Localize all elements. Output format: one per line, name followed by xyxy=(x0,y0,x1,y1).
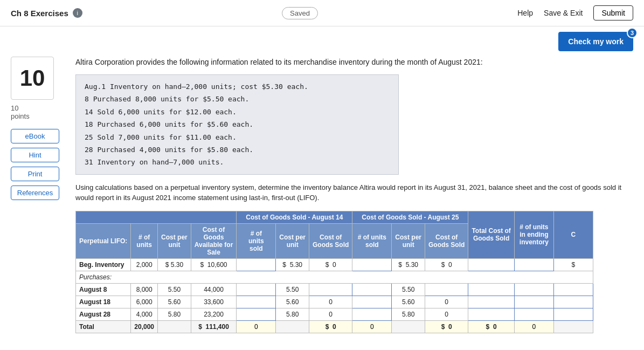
th-section2: Cost of Goods Sold - August 14 xyxy=(237,211,352,223)
total-goods-sold14: $ 0 xyxy=(309,320,352,333)
aug8-goods-sold14-input[interactable] xyxy=(315,286,347,293)
total-units-sold14-input[interactable] xyxy=(240,323,272,331)
total-ending-inv-input[interactable] xyxy=(518,323,550,331)
check-work-area: Check my work 3 xyxy=(0,26,644,51)
beg-inventory-row: Beg. Inventory 2,000 $ 5.30 $ 10,600 $ 5… xyxy=(76,258,593,271)
aug8-units: 8,000 xyxy=(131,283,158,296)
aug18-units-sold14-input[interactable] xyxy=(240,298,272,306)
th-units-sold-14: # ofunitssold xyxy=(237,223,276,258)
nav-left: Ch 8 Exercises i xyxy=(11,8,82,18)
aug8-units-sold25[interactable] xyxy=(352,283,392,296)
aug8-units-sold14-input[interactable] xyxy=(240,286,272,293)
aug28-goods-sold25: 0 xyxy=(425,308,468,320)
top-nav: Ch 8 Exercises i Saved Help Save & Exit … xyxy=(0,0,644,26)
aug8-total[interactable] xyxy=(468,283,514,296)
aug8-cost14: 5.50 xyxy=(276,283,309,296)
beg-inv-cost25: $ 5.30 xyxy=(392,258,425,271)
aug28-units-sold14[interactable] xyxy=(237,308,276,320)
aug18-units: 6,000 xyxy=(131,296,158,308)
aug28-c[interactable] xyxy=(553,308,593,320)
aug18-units-sold14[interactable] xyxy=(237,296,276,308)
aug18-row: August 18 6,000 5.60 33,600 5.60 0 5.60 … xyxy=(76,296,593,308)
table-wrapper: Cost of Goods Sold - August 14 Cost of G… xyxy=(75,211,633,333)
aug8-goods-sold25[interactable] xyxy=(425,283,468,296)
aug18-total-input[interactable] xyxy=(475,298,508,306)
aug8-c[interactable] xyxy=(553,283,593,296)
aug28-c-input[interactable] xyxy=(557,311,590,318)
aug8-ending[interactable] xyxy=(514,283,553,296)
aug28-ending-input[interactable] xyxy=(518,311,550,318)
aug8-units-sold25-input[interactable] xyxy=(356,286,388,293)
question-number: 10 xyxy=(20,65,45,91)
aug28-total[interactable] xyxy=(468,308,514,320)
save-exit-link[interactable]: Save & Exit xyxy=(544,9,583,17)
th-goods-sold-25: Cost ofGoods Sold xyxy=(425,223,468,258)
help-link[interactable]: Help xyxy=(517,9,533,17)
th-goods-sold-14: Cost ofGoods Sold xyxy=(309,223,352,258)
aug8-goods-avail: 44,000 xyxy=(191,283,237,296)
total-units-sold25[interactable] xyxy=(352,320,392,333)
aug28-label: August 28 xyxy=(76,308,131,320)
th-cost-unit-14: Cost perunit xyxy=(276,223,309,258)
aug18-cost14: 5.60 xyxy=(276,296,309,308)
submit-button[interactable]: Submit xyxy=(593,5,633,20)
aug8-units-sold14[interactable] xyxy=(237,283,276,296)
data-line-4: 18 Purchased 6,000 units for $5.60 each. xyxy=(85,118,390,131)
beg-inv-goods-sold25: $ 0 xyxy=(425,258,468,271)
beg-inv-cost14: $ 5.30 xyxy=(276,258,309,271)
th-section3: Cost of Goods Sold - August 25 xyxy=(352,211,468,223)
aug8-label: August 8 xyxy=(76,283,131,296)
total-units: 20,000 xyxy=(131,320,158,333)
aug18-goods-sold14: 0 xyxy=(309,296,352,308)
print-button[interactable]: Print xyxy=(11,167,59,181)
aug18-units-sold25[interactable] xyxy=(352,296,392,308)
total-units-sold14[interactable] xyxy=(237,320,276,333)
total-row: Total 20,000 $ 111,400 $ xyxy=(76,320,593,333)
beg-inv-goods-sold14: $ 0 xyxy=(309,258,352,271)
aug8-total-input[interactable] xyxy=(475,286,508,293)
aug18-units-sold25-input[interactable] xyxy=(356,298,388,306)
data-block: Aug.1 Inventory on hand–2,000 units; cos… xyxy=(75,74,399,175)
aug18-c[interactable] xyxy=(553,296,593,308)
points-label: 10 points xyxy=(11,104,75,120)
check-work-badge: 3 xyxy=(627,28,638,38)
hint-button[interactable]: Hint xyxy=(11,148,59,162)
total-goods-avail: $ 111,400 xyxy=(191,320,237,333)
total-ending-inv[interactable] xyxy=(514,320,553,333)
ebook-button[interactable]: eBook xyxy=(11,129,59,143)
beg-inv-ending-inv[interactable] xyxy=(514,258,553,271)
beg-inv-units-sold-14[interactable] xyxy=(237,258,276,271)
aug18-ending-input[interactable] xyxy=(518,298,550,306)
main-layout: 10 10 points eBook Hint Print References… xyxy=(0,51,644,339)
beg-inv-total-cost-input[interactable] xyxy=(475,261,508,269)
th-ending-inv: # of unitsin endinginventory xyxy=(514,211,553,258)
beg-inv-ending-inv-input[interactable] xyxy=(518,261,550,269)
aug8-goods-sold25-input[interactable] xyxy=(431,286,463,293)
info-icon[interactable]: i xyxy=(73,8,82,18)
beg-inv-units-sold-25-input[interactable] xyxy=(356,261,388,269)
aug28-row: August 28 4,000 5.80 23,200 5.80 0 5.80 … xyxy=(76,308,593,320)
aug18-ending[interactable] xyxy=(514,296,553,308)
total-total-goods-sold: $ 0 xyxy=(468,320,514,333)
aug28-total-input[interactable] xyxy=(475,311,508,318)
aug28-ending[interactable] xyxy=(514,308,553,320)
page-title: Ch 8 Exercises xyxy=(11,9,68,18)
th-c: C xyxy=(553,211,593,258)
beg-inv-units-sold-14-input[interactable] xyxy=(240,261,272,269)
aug28-units-sold25[interactable] xyxy=(352,308,392,320)
total-units-sold25-input[interactable] xyxy=(356,323,388,331)
aug28-goods-avail: 23,200 xyxy=(191,308,237,320)
aug18-total[interactable] xyxy=(468,296,514,308)
aug8-goods-sold14[interactable] xyxy=(309,283,352,296)
check-work-button[interactable]: Check my work 3 xyxy=(558,32,633,51)
beg-inv-goods-avail: $ 10,600 xyxy=(191,258,237,271)
references-button[interactable]: References xyxy=(11,186,59,200)
aug8-ending-input[interactable] xyxy=(518,286,550,293)
aug18-c-input[interactable] xyxy=(557,298,590,306)
aug28-units-sold25-input[interactable] xyxy=(356,311,388,318)
total-cost25 xyxy=(392,320,425,333)
beg-inv-total-cost[interactable] xyxy=(468,258,514,271)
aug28-units-sold14-input[interactable] xyxy=(240,311,272,318)
aug8-c-input[interactable] xyxy=(557,286,590,293)
beg-inv-units-sold-25[interactable] xyxy=(352,258,392,271)
